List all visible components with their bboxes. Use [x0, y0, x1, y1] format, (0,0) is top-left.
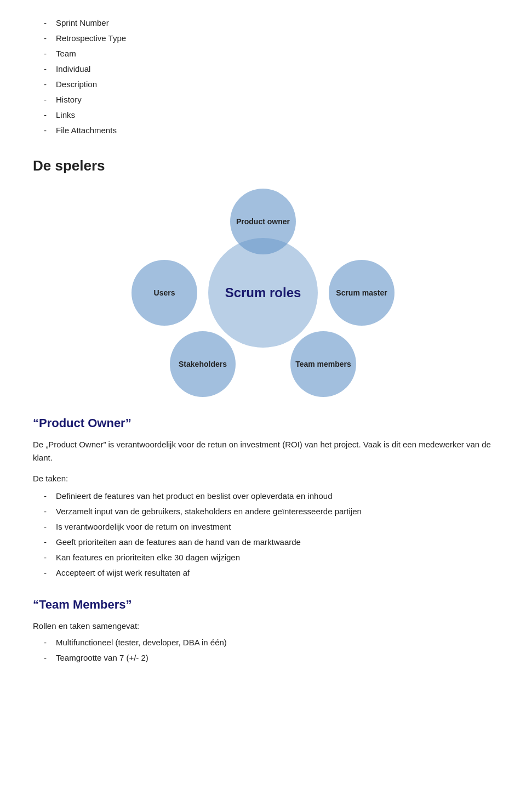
taken-list-item: Is verantwoordelijk voor de return on in…	[44, 520, 493, 533]
intro-list-item: Retrospective Type	[44, 32, 493, 45]
team-members-list-item: Multifunctioneel (tester, developer, DBA…	[44, 636, 493, 649]
de-taken-label: De taken:	[33, 472, 493, 485]
scrum-roles-center: Scrum roles	[208, 238, 318, 348]
intro-list-item: Team	[44, 47, 493, 60]
taken-list-item: Geeft prioriteiten aan de features aan d…	[44, 536, 493, 549]
users-circle: Users	[132, 260, 197, 326]
stakeholders-circle: Stakeholders	[170, 331, 236, 397]
intro-list-item: Links	[44, 109, 493, 122]
team-members-circle: Team members	[290, 331, 356, 397]
intro-list-item: Description	[44, 78, 493, 91]
product-owner-heading: Product Owner	[33, 413, 493, 433]
intro-list-item: File Attachments	[44, 124, 493, 137]
intro-list-item: Individual	[44, 63, 493, 76]
scrum-diagram: Product owner Users Scrum master Stakeho…	[126, 189, 400, 397]
product-owner-description: De „Product Owner” is verantwoordelijk v…	[33, 438, 493, 464]
scrum-master-circle: Scrum master	[329, 260, 395, 326]
taken-list-item: Accepteert of wijst werk resultaten af	[44, 566, 493, 580]
team-members-list-item: Teamgrootte van 7 (+/- 2)	[44, 651, 493, 665]
de-spelers-heading: De spelers	[33, 155, 493, 178]
team-members-list: Multifunctioneel (tester, developer, DBA…	[33, 636, 493, 665]
product-owner-taken-list: Definieert de features van het product e…	[33, 490, 493, 580]
team-members-heading: Team Members	[33, 595, 493, 614]
intro-list-item: Sprint Number	[44, 16, 493, 30]
intro-list-item: History	[44, 93, 493, 106]
team-members-intro: Rollen en taken samengevat:	[33, 620, 493, 633]
taken-list-item: Verzamelt input van de gebruikers, stake…	[44, 505, 493, 518]
taken-list-item: Kan features en prioriteiten elke 30 dag…	[44, 551, 493, 564]
taken-list-item: Definieert de features van het product e…	[44, 490, 493, 503]
intro-list: Sprint NumberRetrospective TypeTeamIndiv…	[33, 16, 493, 137]
